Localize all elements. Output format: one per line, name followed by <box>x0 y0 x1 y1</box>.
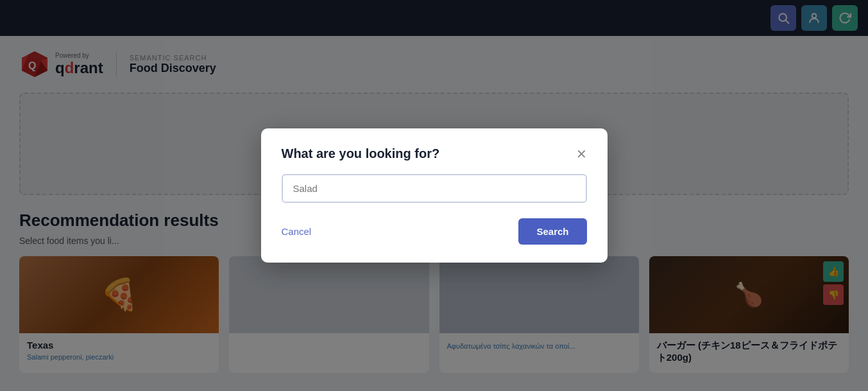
search-modal: What are you looking for? ✕ Cancel Searc… <box>261 128 608 263</box>
modal-close-button[interactable]: ✕ <box>576 148 587 161</box>
modal-title: What are you looking for? <box>282 146 440 161</box>
modal-search-input[interactable] <box>282 174 587 203</box>
app-container: Q Powered by qdrant SEMANTIC SEARCH Food… <box>0 0 868 391</box>
modal-footer: Cancel Search <box>282 218 587 245</box>
modal-overlay: What are you looking for? ✕ Cancel Searc… <box>0 0 868 391</box>
modal-header: What are you looking for? ✕ <box>282 146 587 161</box>
cancel-button[interactable]: Cancel <box>282 226 312 237</box>
search-button[interactable]: Search <box>518 218 586 245</box>
